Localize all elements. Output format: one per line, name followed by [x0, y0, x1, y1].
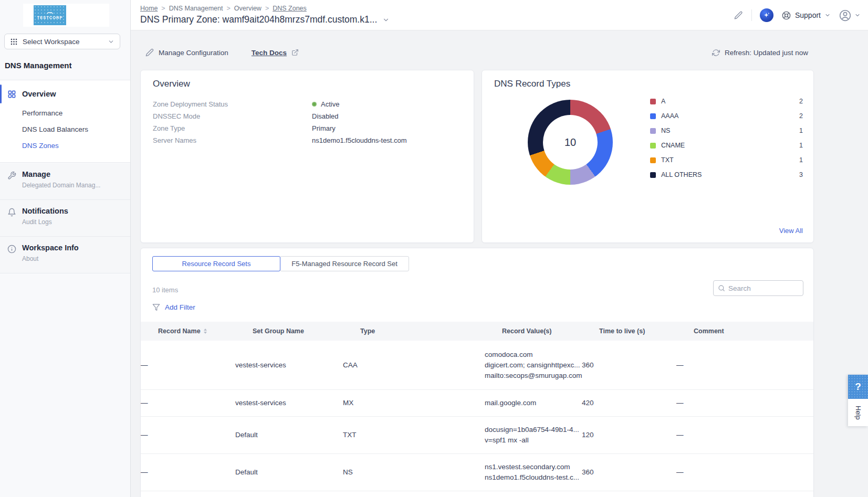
company-logo[interactable]: TESTCORP: [34, 5, 66, 25]
sidebar-item-label: Workspace Info: [22, 244, 130, 252]
workspace-selector[interactable]: Select Workspace: [4, 34, 120, 49]
table-header: Record Name Set Group Name Type Record V…: [141, 322, 813, 341]
topbar-actions: Support: [734, 7, 861, 24]
refresh-label: Refresh: Updated just now: [725, 49, 808, 57]
sidebar-item-workspace-info[interactable]: Workspace Info About: [0, 237, 130, 273]
donut-hole: 10: [543, 115, 598, 170]
column-record-name: Record Name: [158, 327, 253, 335]
sidebar-item-label: Overview: [22, 90, 56, 98]
cell-type: TXT: [343, 430, 485, 440]
search-box: [713, 280, 803, 296]
table-row[interactable]: —vestest-servicesCAAcomodoca.comdigicert…: [141, 341, 813, 390]
legend-item: A2: [650, 98, 803, 105]
table-row[interactable]: —vestest-servicesMXmail.google.com420—: [141, 390, 813, 417]
cell-ttl: 420: [582, 398, 676, 408]
legend-count: 2: [799, 112, 803, 120]
cell-record-values: mail.google.com: [485, 398, 582, 408]
sidebar-item-notifications[interactable]: Notifications Audit Logs: [0, 200, 130, 237]
sidebar: TESTCORP Select Workspace DNS Management…: [0, 0, 131, 497]
legend-label: AAAA: [661, 112, 678, 120]
sidebar-item-dns-load-balancers[interactable]: DNS Load Balancers: [0, 121, 130, 138]
ai-assistant-button[interactable]: [760, 8, 773, 22]
breadcrumb-item[interactable]: DNS Management: [169, 5, 223, 12]
help-label: Help: [854, 406, 862, 420]
cell-ttl: 120: [582, 430, 676, 440]
account-menu[interactable]: [839, 9, 861, 22]
chevron-down-icon: [824, 12, 831, 18]
overview-fields: Zone Deployment StatusActiveDNSSEC ModeD…: [153, 98, 463, 146]
chevron-down-icon: [108, 38, 114, 45]
view-all-link[interactable]: View All: [779, 227, 803, 235]
paintbrush-icon[interactable]: [734, 10, 744, 20]
cell-record-name: —: [141, 398, 235, 408]
column-comment: Comment: [694, 327, 803, 335]
chevron-down-icon[interactable]: [382, 16, 390, 24]
table-row[interactable]: —DefaultAAAA1111:1111...300—: [141, 491, 813, 497]
tab-resource-record-sets[interactable]: Resource Record Sets: [152, 256, 280, 271]
breadcrumb-item[interactable]: Home: [140, 5, 158, 12]
breadcrumb-item[interactable]: DNS Zones: [273, 5, 307, 12]
tab-f5-managed-resource-record-set[interactable]: F5-Managed Resource Record Set: [280, 256, 409, 271]
support-label: Support: [795, 11, 821, 19]
add-filter-button[interactable]: Add Filter: [152, 303, 195, 311]
dns-record-types-card: DNS Record Types 10 A2AAAA2NS1CNAME1TXT1…: [482, 70, 814, 243]
records-table-body: —vestest-servicesCAAcomodoca.comdigicert…: [141, 341, 813, 497]
cell-record-name: —: [141, 467, 235, 478]
donut-total: 10: [564, 136, 576, 149]
sidebar-item-subtitle: Audit Logs: [22, 218, 130, 226]
cell-ttl: 360: [582, 360, 676, 371]
workspace-selector-label: Select Workspace: [23, 38, 80, 46]
legend-swatch: [650, 172, 656, 178]
cell-record-values: comodoca.comdigicert.com; cansignhttpexc…: [485, 350, 582, 381]
help-question-button[interactable]: ?: [848, 375, 868, 399]
help-tab[interactable]: Help: [848, 399, 868, 426]
divider: [751, 9, 752, 21]
column-set-group-name: Set Group Name: [253, 327, 360, 335]
main-content: Manage Configuration Tech Docs Refresh: …: [131, 30, 868, 497]
cell-type: NS: [343, 467, 485, 478]
breadcrumb-separator: >: [161, 5, 165, 12]
overview-field-row: Zone Deployment StatusActive: [153, 98, 463, 110]
table-row[interactable]: —DefaultNSns1.vestest.secondary.comns1de…: [141, 454, 813, 491]
sidebar-item-performance[interactable]: Performance: [0, 105, 130, 121]
sidebar-item-manage[interactable]: Manage Delegated Domain Manag...: [0, 163, 130, 200]
legend-item: ALL OTHERS3: [650, 171, 803, 178]
legend-swatch: [650, 113, 656, 119]
sidebar-item-dns-zones[interactable]: DNS Zones: [0, 138, 130, 154]
legend-item: NS1: [650, 127, 803, 134]
cell-comment: —: [676, 430, 813, 440]
manage-configuration-button[interactable]: Manage Configuration: [145, 48, 228, 57]
breadcrumb: Home>DNS Management>Overview>DNS Zones: [140, 5, 307, 12]
legend-swatch: [650, 157, 656, 163]
breadcrumb-item[interactable]: Overview: [234, 5, 262, 12]
table-row[interactable]: —DefaultTXTdocusign=1b0a6754-49b1-4...v=…: [141, 417, 813, 454]
column-type: Type: [360, 327, 502, 335]
page-title-row: DNS Primary Zone: wamf9ait204h8mrzs7mdf.…: [140, 14, 390, 25]
overview-card-title: Overview: [153, 79, 190, 89]
overview-field-row: DNSSEC ModeDisabled: [153, 110, 463, 122]
sidebar-item-subtitle: About: [22, 255, 130, 262]
search-input[interactable]: [728, 284, 799, 292]
support-menu[interactable]: Support: [781, 10, 831, 20]
sidebar-item-subtitle: Delegated Domain Manag...: [22, 182, 130, 189]
top-bar: Home>DNS Management>Overview>DNS Zones D…: [131, 0, 868, 30]
legend-item: AAAA2: [650, 112, 803, 120]
overview-grid-icon: [7, 90, 16, 99]
search-icon: [718, 284, 725, 292]
refresh-button[interactable]: Refresh: Updated just now: [712, 45, 808, 60]
legend-item: CNAME1: [650, 142, 803, 149]
cell-record-name: —: [141, 360, 235, 371]
legend-count: 2: [799, 98, 803, 105]
logo-text: TESTCORP: [37, 15, 63, 20]
sidebar-item-label: Manage: [22, 170, 130, 178]
sidebar-item-overview[interactable]: Overview: [0, 83, 130, 105]
legend-item: TXT1: [650, 156, 803, 164]
field-label: DNSSEC Mode: [153, 112, 312, 120]
tech-docs-link[interactable]: Tech Docs: [252, 49, 299, 57]
sort-icon[interactable]: [204, 329, 207, 334]
breadcrumb-separator: >: [226, 5, 230, 12]
cell-type: MX: [343, 398, 485, 408]
legend-swatch: [650, 143, 656, 149]
overview-field-row: Server Namesns1demo1.f5clouddns-test.com: [153, 134, 463, 146]
avatar-icon: [839, 9, 852, 22]
